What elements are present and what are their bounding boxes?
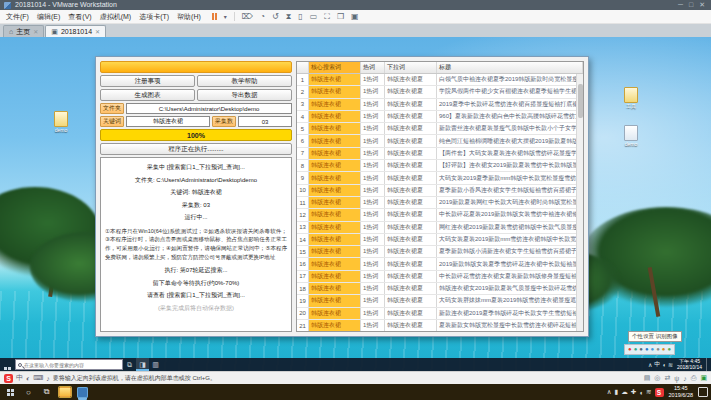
sogou-ime-icon[interactable]: S <box>4 374 13 383</box>
network-icon[interactable]: ⇄ <box>664 374 670 382</box>
volume-icon[interactable]: ◖ <box>662 362 666 368</box>
file-explorer-button[interactable] <box>57 385 72 399</box>
msg-icon[interactable]: ● <box>667 345 671 354</box>
export-data-button[interactable]: 导出数据 <box>197 89 292 101</box>
table-row[interactable]: 13 韩版连衣裙 1热词 韩版连衣裙夏 网红连衣裙2019新款夏装雪纺裙韩版中长… <box>297 222 583 234</box>
tab-home[interactable]: ⌂ 主页 ✕ <box>3 25 44 37</box>
table-scrollbar[interactable] <box>576 74 583 331</box>
generate-chart-button[interactable]: 生成图表 <box>100 89 195 101</box>
table-row[interactable]: 9 韩版连衣裙 1热词 韩版连衣裙夏 大码女装2019夏季新款mm韩版中长款宽松… <box>297 172 583 184</box>
desktop-icon-demo[interactable]: demo <box>46 111 76 134</box>
console-view-icon[interactable]: ▭ <box>310 12 318 22</box>
vmware-taskbar-button[interactable] <box>75 385 90 399</box>
show-library-icon[interactable]: ▯ <box>298 12 302 22</box>
snapshot-take-icon[interactable]: ◔ <box>260 12 265 22</box>
chevron-up-icon[interactable]: ∧ <box>607 388 612 396</box>
guest-screen[interactable]: demo 工具 demo 注册事项 教学帮助 生成图表 <box>0 37 711 371</box>
sogou-icon[interactable]: ● <box>628 345 632 354</box>
taskbar-app-browser[interactable]: ◨ <box>136 358 149 371</box>
show-desktop-button[interactable] <box>706 358 709 371</box>
count-input[interactable]: 03 <box>238 116 292 127</box>
onedrive-icon[interactable]: ☁ <box>621 388 628 396</box>
table-row[interactable]: 15 韩版连衣裙 1热词 韩版连衣裙夏 夏季新款韩版小清新连衣裙女学生短袖雪纺百… <box>297 246 583 258</box>
table-row[interactable]: 7 韩版连衣裙 1热词 韩版连衣裙夏 【两件套】大码女装夏装连衣裙韩版雪纺碎花显… <box>297 148 583 160</box>
cdrom-icon[interactable]: ◎ <box>654 374 660 382</box>
folder-path-input[interactable]: C:\Users\Administrator\Desktop\demo <box>126 103 292 114</box>
unity-mode-icon[interactable]: ❒ <box>337 12 344 22</box>
table-row[interactable]: 17 韩版连衣裙 1热词 韩版连衣裙夏 中长款碎花雪纺连衣裙女夏装新款韩版修身显… <box>297 271 583 283</box>
notification-center-button[interactable] <box>698 387 708 397</box>
send-ctrl-alt-del-icon[interactable]: ⌦ <box>242 12 253 22</box>
minimize-button[interactable]: ─ <box>678 0 685 10</box>
table-row[interactable]: 20 韩版连衣裙 1热词 韩版连衣裙夏 新款连衣裙2019夏季韩版碎花中长款女学… <box>297 308 583 320</box>
tab-close-icon[interactable]: ✕ <box>33 28 38 35</box>
network-icon[interactable]: ≋ <box>668 361 673 368</box>
battery-icon[interactable]: ▮ <box>615 388 619 396</box>
execute-button[interactable]: 程序正在执行......... <box>100 143 292 155</box>
chevron-up-icon[interactable]: ∧ <box>648 361 652 368</box>
col-header-title[interactable]: 标题 <box>437 62 583 73</box>
taskbar-app-explorer[interactable]: ▥ <box>149 358 162 371</box>
hdd-icon[interactable]: ▤ <box>644 374 651 382</box>
update-icon[interactable]: ● <box>634 345 638 354</box>
help-button[interactable]: 教学帮助 <box>197 75 292 87</box>
table-row[interactable]: 11 韩版连衣裙 1热词 韩版连衣裙夏 2019新款夏装网红中长款大码连衣裙时尚… <box>297 197 583 209</box>
fullscreen-icon[interactable]: ⛶ <box>324 12 330 22</box>
desktop-icon-tools[interactable]: 工具 <box>616 87 646 110</box>
usb-tray-icon[interactable]: ● <box>656 345 660 354</box>
table-row[interactable]: 16 韩版连衣裙 1热词 韩版连衣裙夏 2019新款韩版女装夏季雪纺碎花连衣裙中… <box>297 258 583 270</box>
menu-f[interactable]: 文件(F) <box>6 12 29 22</box>
keyword-input[interactable]: 韩版连衣裙 <box>126 116 210 127</box>
task-view-button[interactable]: ⧉ <box>123 358 136 371</box>
table-row[interactable]: 4 韩版连衣裙 1热词 韩版连衣裙夏 960】夏装新款连衣裙白色中长款高腰韩版碎… <box>297 111 583 123</box>
pause-vm-button[interactable] <box>212 13 217 20</box>
audio-device-icon[interactable]: ● <box>639 345 643 354</box>
ime-mode-icon[interactable]: 中 <box>16 373 23 383</box>
guest-start-button[interactable] <box>0 356 14 372</box>
sound-icon[interactable]: ♪ <box>683 375 687 382</box>
menu-t[interactable]: 选项卡(T) <box>139 12 169 22</box>
vmware-titlebar[interactable]: 20181014 - VMware Workstation ─ □ ✕ <box>0 0 711 10</box>
security-icon[interactable]: ● <box>645 345 649 354</box>
snapshot-revert-icon[interactable]: ↺ <box>272 12 279 22</box>
table-row[interactable]: 18 韩版连衣裙 1热词 韩版连衣裙夏 韩版连衣裙女2019新款夏装气质显瘦中长… <box>297 283 583 295</box>
ime-punct-icon[interactable]: ◐ <box>26 375 30 382</box>
table-row[interactable]: 14 韩版连衣裙 1热词 韩版连衣裙夏 大码女装夏装2019新款mm雪纺连衣裙韩… <box>297 234 583 246</box>
tab-vm-20181014[interactable]: ▣ 20181014 ✕ <box>45 25 106 37</box>
ime-keyboard-icon[interactable]: ⌨ <box>33 374 43 382</box>
table-row[interactable]: 12 韩版连衣裙 1热词 韩版连衣裙夏 中长款碎花夏装2019新款韩版女装雪纺中… <box>297 209 583 221</box>
usb-icon[interactable]: ψ <box>674 375 679 382</box>
printer-icon[interactable]: ⎙ <box>691 374 697 382</box>
table-row[interactable]: 8 韩版连衣裙 1热词 韩版连衣裙夏 【好评款】连衣裙女2019新款夏装雪纺中长… <box>297 160 583 172</box>
table-row[interactable]: 21 韩版连衣裙 1热词 韩版连衣裙夏 夏装新款女韩版宽松显瘦中长款雪纺连衣裙碎… <box>297 320 583 331</box>
display-icon[interactable]: ● <box>662 345 666 354</box>
col-header-index[interactable] <box>297 62 309 73</box>
ime-icon[interactable]: 中 <box>654 360 660 369</box>
col-header-dropdown[interactable]: 下拉词 <box>385 62 437 73</box>
menu-m[interactable]: 虚拟机(M) <box>100 12 132 22</box>
enhanced-keyboard-icon[interactable]: ▣ <box>351 12 359 22</box>
table-row[interactable]: 1 韩版连衣裙 1热词 韩版连衣裙夏 白领气质中袖连衣裙夏季2019韩版新款时尚… <box>297 74 583 86</box>
tab-close-icon[interactable]: ✕ <box>95 28 100 35</box>
desktop-icon-demo-file[interactable]: demo <box>616 125 646 148</box>
menu-h[interactable]: 帮助(H) <box>177 12 201 22</box>
snapshot-manager-icon[interactable]: ⧗ <box>286 12 292 22</box>
table-row[interactable]: 3 韩版连衣裙 1热词 韩版连衣裙夏 2019夏季中长款碎花雪纺连衣裙百搭显瘦短… <box>297 99 583 111</box>
ime-mic-icon[interactable]: ♪ <box>46 375 50 382</box>
guest-clock[interactable]: 下午 4:45 2018/10/14 <box>675 359 704 371</box>
pause-dropdown-icon[interactable]: ▾ <box>224 13 227 20</box>
sogou-ime-icon[interactable]: S <box>655 388 664 397</box>
cloud-icon[interactable]: ● <box>651 345 655 354</box>
table-row[interactable]: 19 韩版连衣裙 1热词 韩版连衣裙夏 大码女装胖妹妹mm夏装2019韩版雪纺连… <box>297 295 583 307</box>
col-header-hotword[interactable]: 热词 <box>361 62 385 73</box>
host-start-button[interactable] <box>3 385 18 399</box>
table-row[interactable]: 10 韩版连衣裙 1热词 韩版连衣裙夏 夏季新款小香风连衣裙女学生韩版短袖雪纺百… <box>297 185 583 197</box>
scrollbar-thumb[interactable] <box>578 84 583 118</box>
host-task-view-button[interactable]: ⧉ <box>39 385 54 399</box>
cortana-button[interactable]: ○ <box>21 385 36 399</box>
network-icon[interactable]: ≋ <box>646 388 651 396</box>
maximize-button[interactable]: □ <box>689 0 695 10</box>
register-button[interactable]: 注册事项 <box>100 75 195 87</box>
guest-search-box[interactable]: 在这里输入你要搜索的内容 <box>15 359 123 370</box>
col-header-core-keyword[interactable]: 核心搜索词 <box>309 62 361 73</box>
